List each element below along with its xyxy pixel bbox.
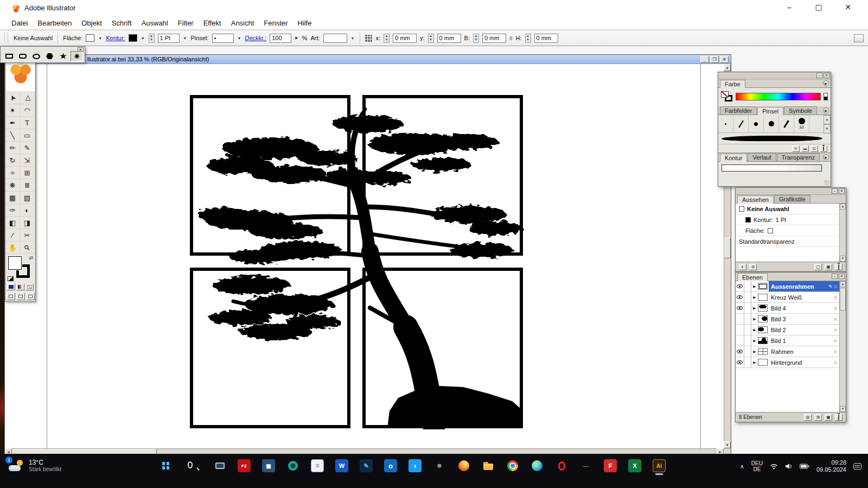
appearance-row-selection[interactable]: Keine Auswahl <box>736 204 846 214</box>
appearance-tab[interactable]: Grafikstile <box>774 195 810 203</box>
layer-name-zone[interactable]: Rahmen ✎ ○ <box>769 346 839 357</box>
selection-tool[interactable]: ➤ <box>5 92 20 104</box>
layers-scroll-thumb[interactable] <box>840 288 846 310</box>
brush-item[interactable] <box>718 115 733 132</box>
remove-brush-button[interactable]: ✕ <box>792 145 800 152</box>
menu-item[interactable]: Fenster <box>260 18 291 28</box>
brush-item[interactable] <box>764 115 779 132</box>
notepad-icon[interactable]: ≡ <box>311 459 324 472</box>
visibility-toggle[interactable] <box>736 335 744 346</box>
free-transform-tool[interactable]: ⊞ <box>20 167 35 179</box>
chevron-down-icon[interactable]: ▼ <box>350 36 355 40</box>
menu-item[interactable]: Schrift <box>108 18 136 28</box>
layer-name-zone[interactable]: Bild 2 ✎ ○ <box>769 325 839 335</box>
blend-tool[interactable]: ◐ <box>20 204 35 217</box>
flare-shape-tool[interactable]: ✺ <box>71 51 83 61</box>
mesh-tool[interactable]: ▦ <box>5 192 20 204</box>
scroll-down-button[interactable]: ▼ <box>840 256 846 262</box>
chevron-down-icon[interactable]: ▼ <box>237 36 242 40</box>
line-tool[interactable]: ╲ <box>5 129 20 142</box>
fullscreen-button[interactable] <box>26 293 35 300</box>
target-circle-icon[interactable]: ○ <box>834 349 837 354</box>
swatch-tab[interactable]: Symbole <box>784 106 817 115</box>
stroke-tab[interactable]: Transparenz <box>777 153 820 161</box>
delete-layer-button[interactable] <box>835 414 843 421</box>
expand-triangle-icon[interactable]: ▶ <box>751 281 758 291</box>
visibility-toggle[interactable] <box>736 281 744 291</box>
visibility-toggle[interactable] <box>736 357 744 367</box>
word-icon[interactable]: W <box>335 459 348 472</box>
layer-row[interactable]: ▶ Aussenrahmen ✎ ○ <box>736 281 839 292</box>
visibility-toggle[interactable] <box>736 314 744 324</box>
lock-toggle[interactable] <box>744 325 751 335</box>
visibility-toggle[interactable] <box>736 292 744 302</box>
swap-fill-stroke-icon[interactable]: ⇄ <box>29 255 33 261</box>
chevron-down-icon[interactable]: ▼ <box>98 36 103 40</box>
ellipse-shape-tool[interactable] <box>30 51 42 61</box>
layer-row[interactable]: ▶ Bild 3 ✎ ○ <box>736 314 839 325</box>
hidden-app-icon[interactable]: — <box>579 459 592 472</box>
layer-row[interactable]: ▶ Bild 1 ✎ ○ <box>736 335 839 346</box>
delete-brush-button[interactable] <box>820 145 827 152</box>
style-dropdown[interactable] <box>323 34 347 43</box>
width-field[interactable]: 0 mm <box>482 34 506 43</box>
lock-toggle[interactable] <box>744 335 751 346</box>
scroll-up-button[interactable]: ▲ <box>724 64 731 71</box>
target-circle-icon[interactable]: ○ <box>834 284 837 289</box>
chevron-down-icon[interactable]: ▼ <box>141 36 145 40</box>
fullscreen-menu-button[interactable] <box>16 293 25 300</box>
panel-menu-icon[interactable]: ▶ <box>823 154 829 160</box>
chevron-down-icon[interactable]: ▼ <box>183 36 188 40</box>
expand-triangle-icon[interactable]: ▶ <box>751 303 758 313</box>
layer-name-zone[interactable]: Bild 1 ✎ ○ <box>769 335 839 346</box>
tab-ebenen[interactable]: Ebenen <box>737 273 768 281</box>
outlook-icon[interactable]: o <box>384 459 397 472</box>
new-brush-button[interactable]: ⊡ <box>810 145 818 152</box>
layer-name-zone[interactable]: Aussenrahmen ✎ ○ <box>769 281 839 291</box>
target-circle-icon[interactable]: ○ <box>834 338 837 344</box>
swatch-tab[interactable]: Pinsel <box>757 107 783 115</box>
lock-toggle[interactable] <box>744 346 751 357</box>
brush-item[interactable] <box>749 115 764 132</box>
workspace-icon[interactable] <box>854 34 864 42</box>
color-spectrum-ramp[interactable] <box>736 93 821 100</box>
scroll-up-button[interactable]: ▲ <box>840 281 846 287</box>
menu-item[interactable]: Objekt <box>78 18 106 28</box>
expand-triangle-icon[interactable]: ▶ <box>751 314 758 324</box>
panel-header[interactable]: – ✕ <box>736 188 846 195</box>
standard-screen-button[interactable] <box>7 293 15 300</box>
panel-header[interactable]: – ✕ <box>718 72 831 79</box>
brush-dropdown[interactable]: • <box>212 34 234 43</box>
zoom-tool[interactable]: ⚲ <box>20 242 35 254</box>
brush-item[interactable] <box>733 115 749 132</box>
polygon-shape-tool[interactable] <box>43 51 56 61</box>
direct-selection-tool[interactable]: ▷ <box>20 92 35 104</box>
layer-name-zone[interactable]: Hintergrund ✎ ○ <box>769 357 839 367</box>
pencil-tool[interactable]: ✎ <box>20 142 35 154</box>
menu-item[interactable]: Bearbeiten <box>34 18 75 28</box>
weather-widget[interactable]: 1 13°C Stark bewölkt <box>9 459 61 472</box>
canvas-area[interactable] <box>5 64 724 448</box>
appearance-tab[interactable]: Aussehen <box>737 195 774 204</box>
volume-icon[interactable] <box>785 463 793 470</box>
expand-triangle-icon[interactable]: ▶ <box>751 357 758 367</box>
illustrator-icon[interactable]: Ai <box>653 459 666 472</box>
vertical-scroll-thumb[interactable] <box>724 238 731 258</box>
live-paint-bucket-tool[interactable]: ◧ <box>5 217 20 229</box>
reference-point-grid-icon[interactable] <box>365 35 372 42</box>
y-field[interactable]: 0 mm <box>437 34 461 43</box>
layer-name-zone[interactable]: Bild 4 ✎ ○ <box>769 303 839 313</box>
new-item-icon[interactable]: ▣ <box>825 264 832 270</box>
symbol-sprayer-tool[interactable]: ❋ <box>5 179 20 192</box>
slice-tool[interactable]: ∕ <box>5 229 20 242</box>
filezilla-icon[interactable]: FZ <box>238 459 251 472</box>
panel-close-button[interactable]: ✕ <box>839 188 845 194</box>
panel-minimize-button[interactable]: – <box>832 188 838 194</box>
width-stepper[interactable]: ▲▼ <box>473 34 479 43</box>
make-clipping-mask-button[interactable]: ◍ <box>804 414 812 421</box>
menu-item[interactable]: Auswahl <box>138 18 172 28</box>
height-stepper[interactable]: ▲▼ <box>525 34 531 43</box>
hand-tool[interactable]: ✋ <box>5 242 20 254</box>
visibility-toggle[interactable] <box>736 303 744 313</box>
default-fill-stroke-icon[interactable] <box>8 276 14 281</box>
